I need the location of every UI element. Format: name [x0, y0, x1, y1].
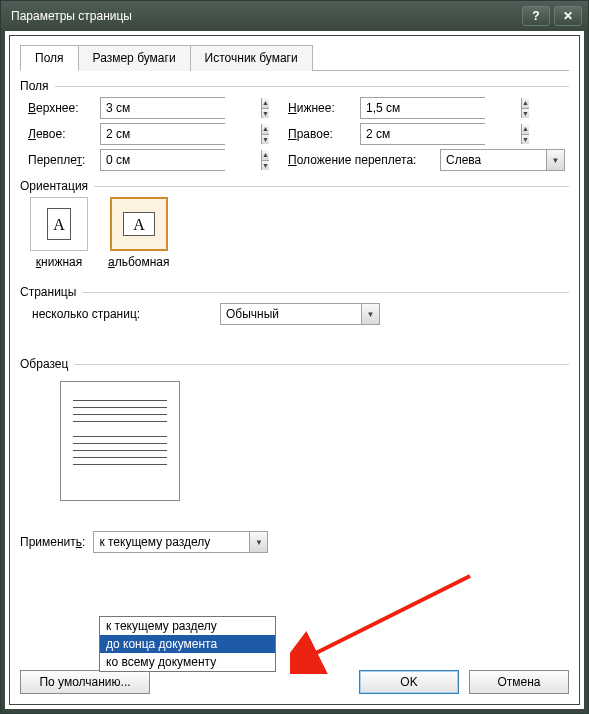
group-pages-label: Страницы: [20, 285, 76, 299]
multi-pages-combo[interactable]: Обычный ▼: [220, 303, 380, 325]
gutter-label: Переплет:: [20, 153, 100, 167]
help-button[interactable]: ?: [522, 6, 550, 26]
apply-label: Применить:: [20, 535, 93, 549]
top-margin-label: Верхнее:: [20, 101, 100, 115]
left-margin-input[interactable]: ▲▼: [100, 123, 225, 145]
group-orientation-label: Ориентация: [20, 179, 88, 193]
chevron-down-icon: ▼: [361, 304, 379, 324]
spin-down-icon[interactable]: ▼: [262, 135, 269, 145]
apply-dropdown-list[interactable]: к текущему разделу до конца документа ко…: [99, 616, 276, 672]
svg-text:A: A: [133, 216, 145, 233]
spin-down-icon[interactable]: ▼: [262, 109, 269, 119]
tab-paper-size[interactable]: Размер бумаги: [78, 45, 191, 71]
svg-line-4: [310, 576, 470, 656]
window-title: Параметры страницы: [11, 9, 518, 23]
group-margins-label: Поля: [20, 79, 49, 93]
svg-text:A: A: [53, 216, 65, 233]
titlebar: Параметры страницы ? ✕: [1, 1, 588, 31]
apply-option[interactable]: ко всему документу: [100, 653, 275, 671]
apply-combo[interactable]: к текущему разделу ▼: [93, 531, 268, 553]
close-button[interactable]: ✕: [554, 6, 582, 26]
spin-down-icon[interactable]: ▼: [522, 135, 529, 145]
spin-up-icon[interactable]: ▲: [262, 150, 269, 161]
bottom-margin-label: Нижнее:: [280, 101, 360, 115]
chevron-down-icon: ▼: [249, 532, 267, 552]
preview-page: [60, 381, 180, 501]
left-margin-label: Левое:: [20, 127, 100, 141]
right-margin-label: Правое:: [280, 127, 360, 141]
spin-up-icon[interactable]: ▲: [522, 98, 529, 109]
apply-option[interactable]: до конца документа: [100, 635, 275, 653]
spin-up-icon[interactable]: ▲: [262, 124, 269, 135]
bottom-margin-input[interactable]: ▲▼: [360, 97, 485, 119]
ok-button[interactable]: OK: [359, 670, 459, 694]
page-setup-dialog: Параметры страницы ? ✕ Поля Размер бумаг…: [0, 0, 589, 714]
page-portrait-icon: A: [47, 208, 71, 240]
apply-option[interactable]: к текущему разделу: [100, 617, 275, 635]
multi-pages-label: несколько страниц:: [20, 307, 220, 321]
orientation-landscape[interactable]: A альбомная: [108, 197, 170, 269]
tabs: Поля Размер бумаги Источник бумаги: [20, 44, 569, 71]
right-margin-input[interactable]: ▲▼: [360, 123, 485, 145]
spin-up-icon[interactable]: ▲: [522, 124, 529, 135]
cancel-button[interactable]: Отмена: [469, 670, 569, 694]
preview-area: [20, 371, 569, 521]
chevron-down-icon: ▼: [546, 150, 564, 170]
tab-margins[interactable]: Поля: [20, 45, 79, 71]
default-button[interactable]: По умолчанию...: [20, 670, 150, 694]
spin-down-icon[interactable]: ▼: [522, 109, 529, 119]
gutter-pos-label: Положение переплета:: [280, 153, 440, 167]
tab-paper-source[interactable]: Источник бумаги: [190, 45, 313, 71]
gutter-input[interactable]: ▲▼: [100, 149, 225, 171]
spin-down-icon[interactable]: ▼: [262, 161, 269, 171]
page-landscape-icon: A: [123, 212, 155, 236]
group-preview-label: Образец: [20, 357, 68, 371]
spin-up-icon[interactable]: ▲: [262, 98, 269, 109]
orientation-portrait[interactable]: A книжная: [30, 197, 88, 269]
gutter-pos-combo[interactable]: Слева ▼: [440, 149, 565, 171]
top-margin-input[interactable]: ▲▼: [100, 97, 225, 119]
